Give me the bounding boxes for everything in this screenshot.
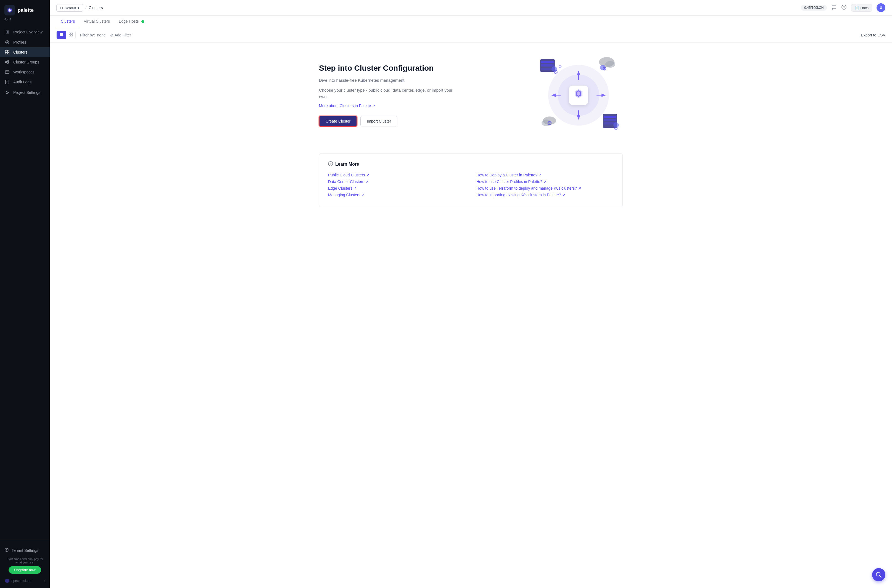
svg-text:⚙: ⚙: [553, 69, 558, 75]
sidebar: palette 4.4.4 ⊞ Project Overview Profile…: [0, 0, 50, 588]
learn-more-title: ? Learn More: [328, 161, 614, 167]
spectro-logo: spectro cloud: [5, 578, 31, 584]
svg-rect-26: [60, 34, 63, 35]
learn-link-deploy[interactable]: How to Deploy a Cluster in Palette? ↗: [476, 173, 542, 177]
svg-point-10: [8, 60, 9, 62]
external-link-icon: ↗: [544, 179, 547, 184]
sidebar-item-cluster-groups[interactable]: Cluster Groups: [0, 57, 50, 67]
sidebar-item-profiles[interactable]: Profiles: [0, 37, 50, 47]
sidebar-item-label: Audit Logs: [13, 80, 32, 84]
help-icon[interactable]: ?: [841, 4, 847, 11]
upgrade-text: Start small and only pay for what you us…: [5, 557, 45, 564]
logo-text: palette: [18, 8, 34, 13]
collapse-icon[interactable]: ‹: [44, 579, 45, 583]
svg-line-12: [7, 61, 8, 62]
user-avatar[interactable]: U: [877, 3, 885, 12]
audit-logs-icon: [5, 80, 10, 84]
svg-text:?: ?: [330, 163, 332, 166]
breadcrumb: ⊟ Default ▾ / Clusters: [56, 4, 103, 12]
project-overview-icon: ⊞: [5, 29, 10, 34]
learn-link-cluster-profiles[interactable]: How to use Cluster Profiles in Palette? …: [476, 179, 547, 184]
hero-desc1: Dive into hassle-free Kubernetes managem…: [319, 77, 457, 84]
clusters-icon: [5, 50, 10, 54]
spectro-label: spectro cloud: [12, 579, 31, 583]
main-content: ⊟ Default ▾ / Clusters 0.45/100kCH ? 📄 D…: [50, 0, 892, 588]
svg-point-21: [6, 549, 7, 550]
tab-virtual-clusters[interactable]: Virtual Clusters: [79, 16, 114, 27]
filter-label: Filter by: none: [80, 33, 106, 37]
tab-edge-hosts[interactable]: Edge Hosts: [114, 16, 149, 27]
sidebar-item-clusters[interactable]: Clusters: [0, 47, 50, 57]
version-text: 4.4.4: [0, 18, 50, 24]
chat-icon[interactable]: [831, 4, 837, 11]
tab-clusters[interactable]: Clusters: [56, 16, 79, 27]
hero-link[interactable]: More about Clusters in Palette ↗: [319, 104, 375, 108]
svg-rect-5: [5, 50, 7, 52]
svg-line-65: [880, 576, 881, 577]
learn-links-right: How to Deploy a Cluster in Palette? ↗ Ho…: [476, 173, 614, 200]
svg-rect-14: [5, 70, 9, 74]
hero-title: Step into Cluster Configuration: [319, 64, 457, 73]
grid-icon: ⊟: [60, 6, 63, 10]
external-link-icon: ↗: [562, 193, 566, 197]
hero-actions: Create Cluster Import Cluster: [319, 116, 457, 127]
upgrade-button[interactable]: Upgrade now: [9, 566, 41, 574]
create-cluster-button[interactable]: Create Cluster: [319, 116, 357, 127]
upgrade-section: Start small and only pay for what you us…: [5, 555, 45, 576]
edge-hosts-badge: [141, 20, 144, 23]
svg-rect-31: [71, 35, 72, 36]
grid-view-button[interactable]: [66, 31, 75, 39]
breadcrumb-separator: /: [85, 6, 86, 10]
learn-link-public-cloud[interactable]: Public Cloud Clusters ↗: [328, 173, 369, 177]
svg-rect-6: [8, 50, 9, 52]
learn-link-managing[interactable]: Managing Clusters ↗: [328, 193, 365, 197]
svg-rect-8: [8, 52, 9, 54]
learn-link-edge-clusters[interactable]: Edge Clusters ↗: [328, 186, 357, 190]
docs-icon: 📄: [855, 6, 859, 10]
workspaces-icon: [5, 70, 10, 74]
svg-text:⚙: ⚙: [614, 126, 618, 131]
sidebar-item-project-settings[interactable]: ⚙ Project Settings: [0, 87, 50, 98]
learn-link-import-k8s[interactable]: How to importing existing K8s clusters i…: [476, 193, 566, 197]
learn-links-left: Public Cloud Clusters ↗ Data Center Clus…: [328, 173, 466, 200]
plus-icon: ⊕: [110, 33, 114, 37]
svg-point-4: [7, 42, 8, 43]
view-toggle: [56, 31, 76, 39]
chevron-down-icon: ▾: [78, 6, 80, 10]
list-view-button[interactable]: [57, 31, 66, 39]
svg-rect-29: [71, 33, 72, 34]
content-toolbar: Filter by: none ⊕ Add Filter Export to C…: [50, 27, 892, 43]
svg-rect-28: [69, 33, 71, 34]
sidebar-item-label: Profiles: [13, 40, 26, 45]
import-cluster-button[interactable]: Import Cluster: [360, 116, 397, 126]
learn-link-data-center[interactable]: Data Center Clusters ↗: [328, 179, 369, 184]
learn-links-grid: Public Cloud Clusters ↗ Data Center Clus…: [328, 173, 614, 200]
hero-illustration: ⚙ ⚙ ⚙ ⚙ ⚙: [535, 54, 623, 136]
svg-rect-44: [541, 64, 554, 66]
logo-area: palette: [0, 0, 50, 18]
svg-rect-43: [541, 61, 554, 63]
spectro-footer: spectro cloud ‹: [5, 576, 45, 584]
hero-desc2: Choose your cluster type - public cloud,…: [319, 87, 457, 100]
sidebar-item-label: Clusters: [13, 50, 27, 54]
learn-link-terraform[interactable]: How to use Terraform to deploy and manag…: [476, 186, 581, 190]
sidebar-item-audit-logs[interactable]: Audit Logs: [0, 77, 50, 87]
svg-rect-25: [60, 33, 63, 34]
external-link-icon: ↗: [372, 104, 375, 108]
svg-point-48: [605, 61, 615, 68]
workspace-label: Default: [65, 6, 76, 10]
add-filter-button[interactable]: ⊕ Add Filter: [110, 33, 131, 37]
export-csv-button[interactable]: Export to CSV: [861, 33, 885, 37]
sidebar-item-workspaces[interactable]: Workspaces: [0, 67, 50, 77]
sidebar-item-label: Workspaces: [13, 70, 35, 74]
search-fab[interactable]: [872, 568, 885, 581]
sidebar-item-tenant-settings[interactable]: Tenant Settings: [5, 546, 45, 555]
workspace-selector[interactable]: ⊟ Default ▾: [56, 4, 83, 12]
svg-rect-53: [604, 116, 616, 118]
sidebar-item-label: Project Settings: [13, 90, 40, 94]
sidebar-item-project-overview[interactable]: ⊞ Project Overview: [0, 27, 50, 37]
external-link-icon: ↗: [578, 186, 581, 190]
svg-text:⚙: ⚙: [547, 120, 552, 126]
docs-button[interactable]: 📄 Docs: [851, 4, 872, 12]
cluster-groups-icon: [5, 60, 10, 64]
